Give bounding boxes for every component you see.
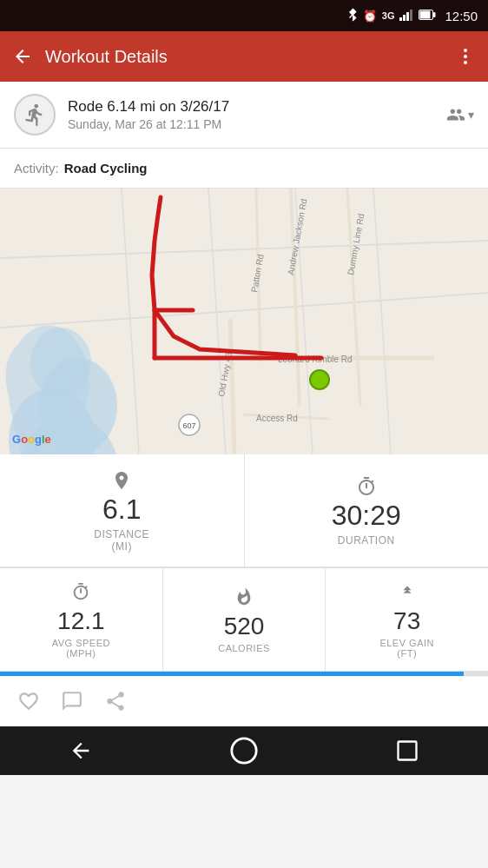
workout-header: Rode 6.14 mi on 3/26/17 Sunday, Mar 26 a… bbox=[0, 82, 488, 149]
avg-speed-stat: 12.1 AVG SPEED(MPH) bbox=[0, 568, 163, 671]
stats-bottom-row: 12.1 AVG SPEED(MPH) 520 CALORIES 73 ELEV… bbox=[0, 568, 488, 672]
elev-gain-value: 73 bbox=[393, 608, 420, 635]
calories-label: CALORIES bbox=[218, 643, 270, 653]
elev-gain-icon bbox=[398, 582, 417, 601]
distance-stat: 6.1 DISTANCE(MI) bbox=[0, 454, 245, 567]
calories-icon bbox=[234, 587, 254, 606]
home-nav-button[interactable] bbox=[229, 736, 259, 765]
distance-icon bbox=[111, 470, 132, 491]
avg-speed-icon bbox=[71, 582, 90, 601]
activity-row: Activity: Road Cycling bbox=[0, 149, 488, 189]
elev-gain-stat: 73 ELEV GAIN(FT) bbox=[326, 568, 488, 671]
status-icons: ⏰ 3G 12:50 bbox=[347, 8, 478, 24]
svg-point-9 bbox=[464, 49, 467, 52]
comment-button[interactable] bbox=[61, 690, 83, 712]
duration-stat: 30:29 DURATION bbox=[245, 454, 489, 567]
workout-title: Rode 6.14 mi on 3/26/17 bbox=[68, 98, 434, 116]
recent-apps-button[interactable] bbox=[395, 739, 419, 763]
svg-text:607: 607 bbox=[182, 421, 195, 430]
svg-rect-42 bbox=[399, 741, 417, 759]
app-bar: Workout Details bbox=[0, 31, 488, 82]
bluetooth-icon bbox=[347, 8, 358, 24]
action-bar bbox=[0, 676, 488, 726]
elev-gain-label: ELEV GAIN(FT) bbox=[379, 638, 434, 659]
nav-bar bbox=[0, 726, 488, 775]
svg-rect-3 bbox=[403, 15, 406, 21]
svg-point-41 bbox=[232, 739, 256, 763]
svg-rect-7 bbox=[433, 12, 436, 17]
svg-point-11 bbox=[464, 61, 467, 64]
network-icon: 3G bbox=[382, 10, 395, 21]
duration-value: 30:29 bbox=[332, 500, 401, 531]
distance-label: DISTANCE(MI) bbox=[94, 528, 149, 553]
share-button[interactable] bbox=[104, 690, 127, 712]
activity-value: Road Cycling bbox=[64, 161, 148, 176]
map-container: Patton Rd Andrew Jackson Rd Dummy Line R… bbox=[0, 189, 488, 454]
workout-subtitle: Sunday, Mar 26 at 12:11 PM bbox=[68, 117, 434, 131]
google-logo: Google bbox=[12, 433, 51, 446]
duration-label: DURATION bbox=[338, 534, 395, 547]
status-bar: ⏰ 3G 12:50 bbox=[0, 0, 488, 31]
svg-text:Access Rd: Access Rd bbox=[256, 414, 298, 423]
avg-speed-label: AVG SPEED(MPH) bbox=[52, 638, 110, 659]
chevron-down-icon: ▾ bbox=[468, 108, 474, 122]
status-time: 12:50 bbox=[445, 9, 478, 23]
svg-rect-4 bbox=[406, 12, 409, 21]
signal-icon bbox=[399, 9, 413, 23]
activity-label: Activity: bbox=[14, 161, 59, 176]
svg-rect-2 bbox=[399, 17, 402, 21]
duration-icon bbox=[356, 476, 377, 497]
calories-stat: 520 CALORIES bbox=[163, 568, 326, 671]
share-profile-button[interactable]: ▾ bbox=[446, 105, 474, 124]
more-options-button[interactable] bbox=[455, 46, 476, 67]
like-button[interactable] bbox=[17, 690, 40, 712]
back-nav-button[interactable] bbox=[69, 739, 93, 763]
svg-point-10 bbox=[464, 55, 467, 58]
battery-icon bbox=[419, 10, 436, 23]
svg-point-40 bbox=[310, 370, 329, 389]
avatar bbox=[14, 94, 56, 136]
svg-line-1 bbox=[349, 15, 353, 18]
page-title: Workout Details bbox=[45, 47, 443, 67]
workout-info: Rode 6.14 mi on 3/26/17 Sunday, Mar 26 a… bbox=[68, 98, 434, 131]
back-button[interactable] bbox=[12, 46, 33, 67]
alarm-icon: ⏰ bbox=[363, 10, 377, 23]
svg-rect-8 bbox=[420, 10, 431, 18]
svg-rect-5 bbox=[410, 10, 412, 21]
calories-value: 520 bbox=[224, 613, 265, 640]
stats-top-row: 6.1 DISTANCE(MI) 30:29 DURATION bbox=[0, 454, 488, 567]
distance-value: 6.1 bbox=[102, 494, 141, 525]
avg-speed-value: 12.1 bbox=[57, 608, 105, 635]
